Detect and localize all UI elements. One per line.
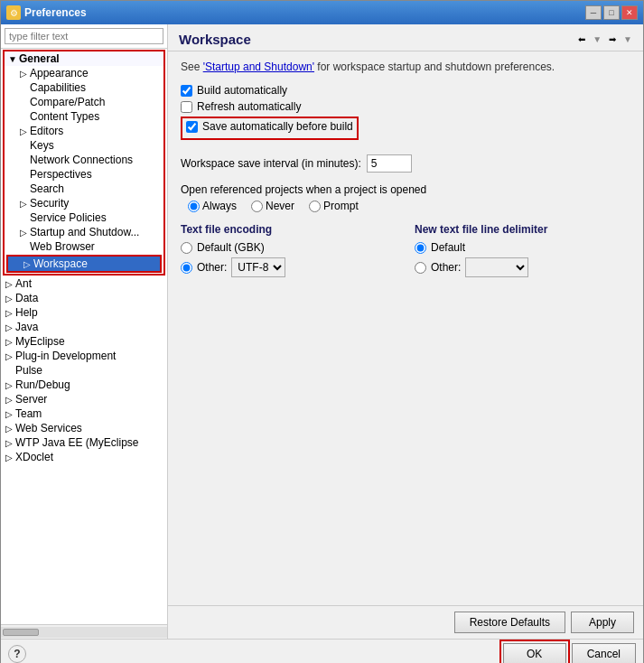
toggle-general[interactable]: ▼: [6, 52, 19, 65]
minimize-button[interactable]: ─: [585, 5, 602, 20]
back-arrow[interactable]: ⬅: [574, 33, 589, 47]
refresh-automatically-checkbox[interactable]: [181, 101, 192, 113]
ok-button[interactable]: OK: [503, 643, 566, 663]
toggle-security[interactable]: ▷: [17, 197, 30, 210]
sidebar-item-server[interactable]: ▷ Server: [1, 392, 167, 406]
search-input[interactable]: [5, 28, 163, 44]
toggle-ant[interactable]: ▷: [3, 277, 15, 290]
toggle-workspace[interactable]: ▷: [21, 257, 33, 270]
delimiter-select[interactable]: [465, 257, 528, 277]
toggle-help[interactable]: ▷: [3, 306, 15, 319]
sidebar-item-search[interactable]: ▷ Search: [5, 182, 163, 196]
maximize-button[interactable]: □: [603, 5, 620, 20]
nav-buttons: ⬅ ▼ ➡ ▼: [574, 33, 632, 47]
save-automatically-label: Save automatically before build: [202, 120, 353, 133]
save-interval-row: Workspace save interval (in minutes): 5: [181, 154, 630, 173]
main-area: ▼ General ▷ Appearance ▷ Capabilities ▷ …: [1, 24, 643, 639]
window-title: Preferences: [24, 6, 87, 19]
sidebar-item-capabilities[interactable]: ▷ Capabilities: [5, 80, 163, 95]
title-bar-left: ⚙ Preferences: [6, 5, 87, 20]
encoding-other-radio[interactable]: [181, 262, 192, 274]
toggle-editors[interactable]: ▷: [17, 125, 30, 137]
radio-never[interactable]: [251, 201, 263, 212]
horizontal-scrollbar[interactable]: [1, 627, 167, 638]
sidebar-item-wtp-java-ee[interactable]: ▷ WTP Java EE (MyEclipse: [1, 435, 167, 450]
sidebar-item-data[interactable]: ▷ Data: [1, 291, 167, 305]
save-interval-label: Workspace save interval (in minutes):: [181, 157, 361, 170]
sidebar-item-editors[interactable]: ▷ Editors: [5, 124, 163, 138]
sidebar-item-ant[interactable]: ▷ Ant: [1, 276, 167, 291]
forward-arrow[interactable]: ➡: [605, 33, 620, 47]
sidebar-item-plugin-development[interactable]: ▷ Plug-in Development: [1, 349, 167, 363]
sidebar-item-security[interactable]: ▷ Security: [5, 196, 163, 210]
sidebar-item-myeclipse[interactable]: ▷ MyEclipse: [1, 334, 167, 349]
sidebar-item-workspace[interactable]: ▷ Workspace: [8, 257, 160, 271]
sidebar-item-web-browser[interactable]: ▷ Web Browser: [5, 239, 163, 254]
toggle-wtp[interactable]: ▷: [3, 436, 15, 449]
sidebar-label-ant: Ant: [15, 277, 32, 290]
scrollbar-thumb[interactable]: [3, 629, 39, 636]
toggle-xdoclet[interactable]: ▷: [3, 451, 15, 463]
sidebar-item-keys[interactable]: ▷ Keys: [5, 138, 163, 153]
sidebar-label-server: Server: [15, 393, 47, 406]
help-button[interactable]: ?: [8, 645, 26, 663]
toggle-data[interactable]: ▷: [3, 292, 15, 304]
cancel-button[interactable]: Cancel: [572, 643, 636, 663]
restore-defaults-button[interactable]: Restore Defaults: [454, 612, 565, 633]
sidebar-item-perspectives[interactable]: ▷ Perspectives: [5, 167, 163, 182]
toggle-myeclipse[interactable]: ▷: [3, 335, 15, 348]
sidebar-label-plugin-dev: Plug-in Development: [15, 350, 116, 362]
sidebar-item-team[interactable]: ▷ Team: [1, 406, 167, 421]
sidebar-item-appearance[interactable]: ▷ Appearance: [5, 66, 163, 80]
sidebar-item-java[interactable]: ▷ Java: [1, 320, 167, 334]
sidebar-label-security: Security: [30, 197, 69, 210]
sidebar-item-compare-patch[interactable]: ▷ Compare/Patch: [5, 95, 163, 109]
sidebar-label-keys: Keys: [30, 139, 54, 152]
content-body: See 'Startup and Shutdown' for workspace…: [168, 51, 643, 605]
sidebar-label-run-debug: Run/Debug: [15, 378, 70, 391]
sidebar-item-help[interactable]: ▷ Help: [1, 305, 167, 320]
toggle-startup[interactable]: ▷: [17, 226, 30, 238]
startup-shutdown-link[interactable]: 'Startup and Shutdown': [203, 61, 314, 73]
toggle-plugin-dev[interactable]: ▷: [3, 350, 15, 362]
encoding-default-radio[interactable]: [181, 242, 192, 254]
tree-area[interactable]: ▼ General ▷ Appearance ▷ Capabilities ▷ …: [1, 49, 167, 624]
sidebar-item-pulse[interactable]: ▷ Pulse: [1, 363, 167, 378]
toggle-run-debug[interactable]: ▷: [3, 378, 15, 391]
build-automatically-checkbox[interactable]: [181, 85, 192, 97]
open-projects-label: Open referenced projects when a project …: [181, 183, 630, 196]
toggle-appearance[interactable]: ▷: [17, 67, 30, 79]
sidebar-label-network: Network Connections: [30, 154, 133, 166]
toggle-team[interactable]: ▷: [3, 407, 15, 420]
encoding-select[interactable]: UTF-8: [231, 257, 285, 277]
delimiter-other-radio[interactable]: [415, 262, 426, 274]
toggle-web-services[interactable]: ▷: [3, 422, 15, 434]
save-automatically-checkbox[interactable]: [186, 121, 198, 133]
apply-button[interactable]: Apply: [571, 612, 634, 633]
text-encoding-title: Text file encoding: [181, 223, 397, 236]
sidebar-label-perspectives: Perspectives: [30, 168, 92, 181]
sidebar-item-service-policies[interactable]: ▷ Service Policies: [5, 210, 163, 225]
toggle-server[interactable]: ▷: [3, 393, 15, 406]
refresh-automatically-row: Refresh automatically: [181, 100, 630, 113]
sidebar-item-network-connections[interactable]: ▷ Network Connections: [5, 153, 163, 167]
radio-always[interactable]: [188, 201, 200, 212]
sidebar-label-search: Search: [30, 182, 64, 195]
sidebar-label-web-services: Web Services: [15, 422, 82, 434]
sidebar-item-xdoclet[interactable]: ▷ XDoclet: [1, 450, 167, 464]
sidebar-label-startup: Startup and Shutdow...: [30, 226, 139, 238]
toggle-java[interactable]: ▷: [3, 321, 15, 333]
delimiter-default-radio[interactable]: [415, 242, 426, 254]
sidebar-item-content-types[interactable]: ▷ Content Types: [5, 109, 163, 124]
radio-prompt[interactable]: [309, 201, 321, 212]
save-interval-input[interactable]: 5: [367, 154, 412, 173]
sidebar-item-run-debug[interactable]: ▷ Run/Debug: [1, 378, 167, 392]
delimiter-other-row: Other:: [415, 257, 630, 277]
sidebar-item-general[interactable]: ▼ General: [5, 51, 163, 66]
startup-link-text: See 'Startup and Shutdown' for workspace…: [181, 61, 630, 73]
sidebar-label-appearance: Appearance: [30, 67, 89, 79]
encoding-other-label: Other:: [197, 261, 227, 274]
close-button[interactable]: ✕: [621, 5, 638, 20]
sidebar-item-web-services[interactable]: ▷ Web Services: [1, 421, 167, 435]
sidebar-item-startup[interactable]: ▷ Startup and Shutdow...: [5, 225, 163, 239]
